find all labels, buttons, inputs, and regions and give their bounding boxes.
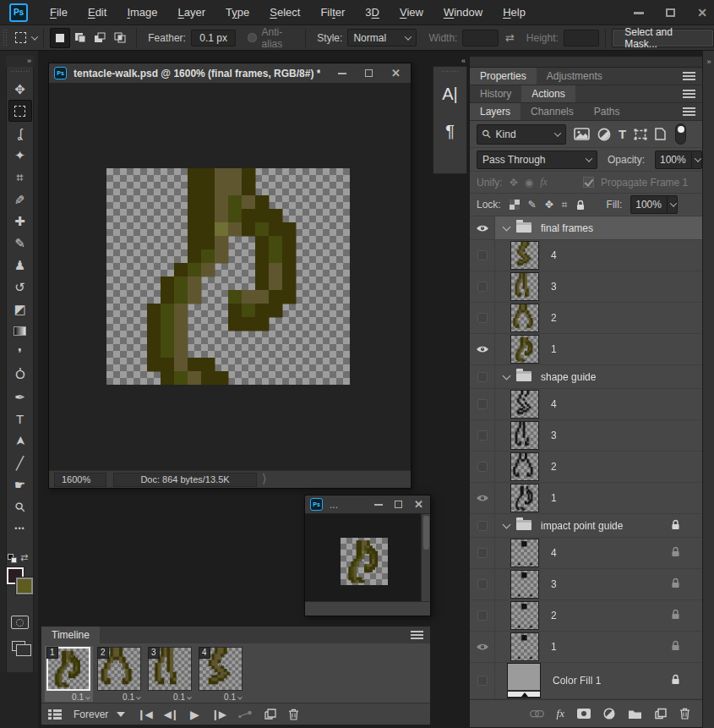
layer-row[interactable]: 1	[470, 632, 702, 663]
new-selection-button[interactable]	[50, 28, 70, 48]
quick-mask-button[interactable]	[11, 616, 29, 629]
paragraph-panel-button[interactable]: ¶	[433, 112, 466, 150]
layer-row[interactable]: 4	[470, 240, 702, 271]
layer-row[interactable]: 3	[470, 420, 702, 452]
unify-visibility-icon[interactable]: ◉	[525, 177, 533, 189]
new-layer-icon[interactable]	[655, 708, 667, 720]
layer-thumbnail[interactable]	[510, 601, 539, 630]
float-minimize-icon[interactable]	[374, 504, 383, 506]
layer-row[interactable]: 4	[470, 538, 702, 569]
blur-tool[interactable]: ❜	[8, 342, 32, 364]
first-frame-button[interactable]: ❙◀	[137, 709, 151, 720]
float-scrollbar[interactable]	[421, 514, 430, 602]
floating-pixel-art-canvas[interactable]	[341, 538, 388, 585]
menu-edit[interactable]: Edit	[79, 3, 115, 22]
tab-actions[interactable]: Actions	[521, 85, 575, 102]
select-and-mask-button[interactable]: Select and Mask...	[612, 29, 714, 47]
spot-healing-brush-tool[interactable]: ✚	[8, 210, 32, 232]
layer-styles-icon[interactable]: fx	[557, 707, 564, 720]
type-tool[interactable]: T	[8, 408, 32, 430]
document-titlebar[interactable]: Ps tentacle-walk.psd @ 1600% (final fram…	[49, 63, 411, 84]
link-layers-icon[interactable]	[530, 710, 544, 718]
filter-type-layers-icon[interactable]: T	[619, 127, 626, 141]
line-tool[interactable]: ╱	[8, 452, 32, 473]
animation-frame[interactable]: 10.1	[45, 646, 93, 702]
visibility-toggle[interactable]	[470, 216, 495, 239]
layer-thumbnail[interactable]	[510, 570, 539, 599]
status-chevron-icon[interactable]: 〉	[262, 471, 271, 489]
pixel-art-canvas[interactable]	[106, 168, 350, 385]
gradient-tool[interactable]	[8, 320, 32, 342]
tab-channels[interactable]: Channels	[521, 103, 584, 120]
layer-group-row[interactable]: final frames	[470, 216, 702, 240]
frame-delay-dropdown[interactable]: 0.1	[146, 692, 194, 702]
panel-menu-icon[interactable]	[683, 90, 695, 98]
eyedropper-tool[interactable]: ✐	[8, 188, 32, 210]
history-brush-tool[interactable]: ↺	[8, 276, 32, 298]
fill-dropdown[interactable]: 100%	[630, 195, 678, 214]
layer-row[interactable]: 1	[470, 334, 702, 365]
menu-filter[interactable]: Filter	[312, 3, 353, 22]
doc-minimize-icon[interactable]	[338, 73, 346, 74]
blend-mode-dropdown[interactable]: Pass Through	[477, 151, 597, 169]
options-grip[interactable]	[3, 29, 7, 47]
animation-frame[interactable]: 40.1	[197, 646, 245, 702]
filter-pixel-layers-icon[interactable]	[574, 128, 590, 140]
filter-smart-objects-icon[interactable]	[655, 128, 666, 140]
visibility-toggle[interactable]	[470, 663, 495, 698]
tab-paths[interactable]: Paths	[584, 103, 630, 120]
crop-tool[interactable]: ⌗	[8, 166, 32, 188]
layer-thumbnail[interactable]	[510, 335, 539, 364]
edit-toolbar[interactable]: •••	[8, 517, 32, 539]
convert-to-video-timeline-icon[interactable]	[48, 709, 62, 720]
play-button[interactable]: ▶	[190, 708, 199, 721]
layer-row[interactable]: 2	[470, 452, 702, 483]
eraser-tool[interactable]: ◩	[8, 298, 32, 320]
menu-type[interactable]: Type	[217, 3, 258, 22]
character-panel-button[interactable]: A|	[433, 75, 466, 112]
new-adjustment-layer-icon[interactable]	[603, 708, 615, 720]
floating-canvas-area[interactable]	[305, 514, 430, 602]
lock-artboard-icon[interactable]: ⌗	[562, 199, 568, 211]
intersect-selection-button[interactable]	[110, 28, 130, 48]
tab-layers[interactable]: Layers	[470, 103, 521, 120]
visibility-toggle[interactable]	[470, 483, 495, 513]
frame-delay-dropdown[interactable]: 0.1	[95, 692, 144, 702]
subtract-from-selection-button[interactable]	[90, 28, 110, 48]
layer-row[interactable]: 2	[470, 600, 702, 632]
visibility-toggle[interactable]	[470, 600, 495, 631]
lasso-tool[interactable]: ʆ	[8, 122, 32, 144]
close-icon[interactable]: ✕	[697, 7, 707, 19]
visibility-toggle[interactable]	[470, 452, 495, 482]
filter-shape-layers-icon[interactable]	[634, 129, 647, 140]
filter-kind-dropdown[interactable]: ⚲ Kind	[477, 124, 566, 145]
menu-3d[interactable]: 3D	[357, 3, 388, 22]
animation-frame[interactable]: 30.1	[146, 646, 194, 702]
layer-thumbnail[interactable]	[510, 390, 539, 419]
dock-edge-strip[interactable]: »	[703, 51, 714, 728]
opacity-dropdown[interactable]: 100%	[655, 151, 702, 169]
zoom-tool[interactable]: ⚲	[8, 495, 32, 517]
expand-chevron-icon[interactable]	[503, 222, 511, 231]
height-input[interactable]	[564, 30, 599, 47]
visibility-toggle[interactable]	[470, 303, 495, 333]
collapse-tools-icon[interactable]: »	[6, 56, 34, 67]
delete-frame-icon[interactable]	[288, 709, 299, 720]
path-selection-tool[interactable]: ➤	[8, 430, 32, 452]
layer-thumbnail[interactable]	[510, 452, 539, 481]
visibility-toggle[interactable]	[470, 514, 495, 537]
layer-thumbnail[interactable]	[510, 304, 539, 332]
animation-frame[interactable]: 20.1	[95, 646, 144, 702]
magic-wand-tool[interactable]: ✦	[8, 144, 32, 166]
duplicate-frame-icon[interactable]	[264, 709, 276, 720]
expand-chevron-icon[interactable]	[503, 371, 511, 380]
doc-size-info[interactable]: Doc: 864 bytes/13.5K	[113, 473, 257, 487]
visibility-toggle[interactable]	[470, 569, 495, 599]
layer-row[interactable]: Color Fill 1	[470, 663, 702, 699]
feather-input[interactable]: 0.1 px	[191, 30, 237, 47]
layer-row[interactable]: 2	[470, 303, 702, 334]
doc-close-icon[interactable]: ✕	[391, 68, 401, 79]
layer-thumbnail[interactable]	[510, 272, 539, 301]
width-input[interactable]	[462, 30, 498, 47]
zoom-level-input[interactable]: 1600%	[54, 473, 106, 487]
